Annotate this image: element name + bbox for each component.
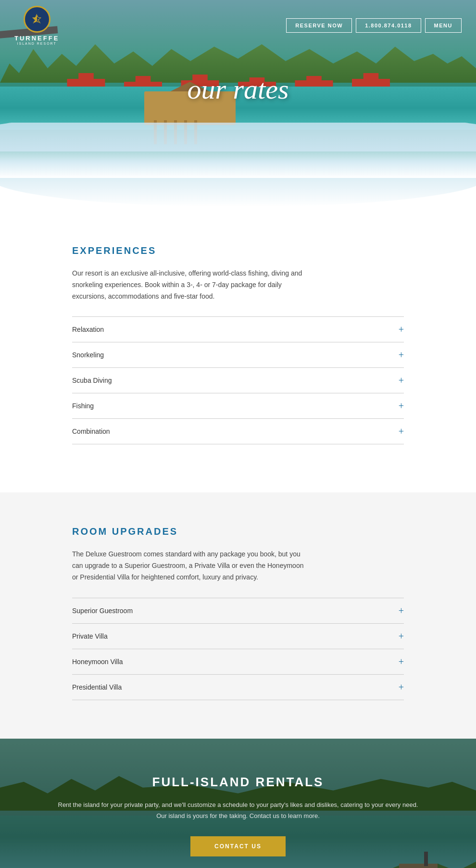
accordion-expand-icon-relaxation: + <box>399 325 404 334</box>
island-rental-content: FULL-ISLAND RENTALS Rent the island for … <box>0 775 476 856</box>
accordion-item-combination[interactable]: Combination + <box>72 419 404 444</box>
spacer-1 <box>0 464 476 492</box>
room-upgrades-description: The Deluxe Guestroom comes standard with… <box>72 549 308 583</box>
logo-text: TURNEFFE <box>14 35 59 42</box>
experiences-description: Our resort is an exclusive all-inclusive… <box>72 268 308 302</box>
accordion-item-snorkeling[interactable]: Snorkeling + <box>72 342 404 368</box>
cloud-bumps <box>0 123 476 151</box>
accordion-item-fishing[interactable]: Fishing + <box>72 393 404 419</box>
accordion-label-presidential-villa: Presidential Villa <box>72 683 122 691</box>
accordion-item-private-villa[interactable]: Private Villa + <box>72 624 404 649</box>
hero-title: our rates <box>187 73 288 105</box>
contact-us-button[interactable]: CONTACT US <box>190 836 286 856</box>
accordion-label-snorkeling: Snorkeling <box>72 351 104 359</box>
accordion-label-scuba-diving: Scuba Diving <box>72 377 112 384</box>
room-upgrades-section: ROOM UPGRADES The Deluxe Guestroom comes… <box>0 492 476 738</box>
logo-circle[interactable]: ⯪ <box>24 6 50 33</box>
reserve-now-button[interactable]: RESERVE NOW <box>286 18 352 33</box>
logo: ⯪ TURNEFFE ISLAND RESORT <box>14 6 59 45</box>
accordion-expand-icon-fishing: + <box>399 401 404 411</box>
accordion-item-relaxation[interactable]: Relaxation + <box>72 317 404 342</box>
cloud-transition <box>0 125 476 178</box>
accordion-expand-icon-honeymoon-villa: + <box>399 657 404 667</box>
accordion-label-fishing: Fishing <box>72 402 94 410</box>
accordion-label-combination: Combination <box>72 428 110 435</box>
accordion-label-superior-guestroom: Superior Guestroom <box>72 607 133 615</box>
experiences-accordion: Relaxation + Snorkeling + Scuba Diving +… <box>72 316 404 444</box>
phone-button[interactable]: 1.800.874.0118 <box>356 18 421 33</box>
logo-subtext: ISLAND RESORT <box>17 42 57 45</box>
island-rental-description: Rent the island for your private party, … <box>58 799 418 822</box>
accordion-item-scuba-diving[interactable]: Scuba Diving + <box>72 368 404 393</box>
experiences-title: EXPERIENCES <box>72 245 404 256</box>
experiences-section: EXPERIENCES Our resort is an exclusive a… <box>0 226 476 464</box>
accordion-expand-icon-combination: + <box>399 427 404 436</box>
nav-buttons: RESERVE NOW 1.800.874.0118 MENU <box>286 18 462 33</box>
fish-icon: ⯪ <box>32 13 42 25</box>
site-header: ⯪ TURNEFFE ISLAND RESORT RESERVE NOW 1.8… <box>0 0 476 51</box>
accordion-expand-icon-snorkeling: + <box>399 350 404 360</box>
accordion-expand-icon-private-villa: + <box>399 631 404 641</box>
accordion-expand-icon-scuba-diving: + <box>399 376 404 385</box>
accordion-label-honeymoon-villa: Honeymoon Villa <box>72 658 123 666</box>
accordion-item-honeymoon-villa[interactable]: Honeymoon Villa + <box>72 649 404 675</box>
accordion-label-private-villa: Private Villa <box>72 632 108 640</box>
accordion-expand-icon-presidential-villa: + <box>399 682 404 692</box>
accordion-item-presidential-villa[interactable]: Presidential Villa + <box>72 675 404 700</box>
room-upgrades-title: ROOM UPGRADES <box>72 526 404 537</box>
wave-transition <box>0 178 476 226</box>
island-rental-title: FULL-ISLAND RENTALS <box>58 775 418 790</box>
accordion-item-superior-guestroom[interactable]: Superior Guestroom + <box>72 598 404 624</box>
accordion-label-relaxation: Relaxation <box>72 326 104 333</box>
room-upgrades-accordion: Superior Guestroom + Private Villa + Hon… <box>72 598 404 700</box>
island-rental-section: FULL-ISLAND RENTALS Rent the island for … <box>0 739 476 868</box>
menu-button[interactable]: MENU <box>425 18 462 33</box>
accordion-expand-icon-superior: + <box>399 606 404 616</box>
